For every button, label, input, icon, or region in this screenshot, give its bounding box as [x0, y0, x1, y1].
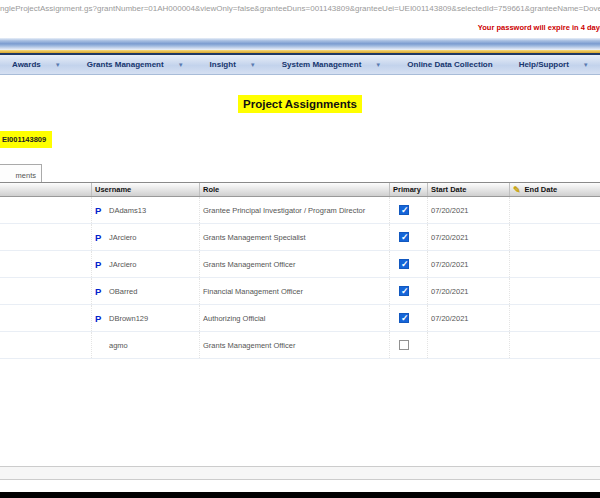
end-date-cell	[510, 224, 600, 250]
nav-item-help-support[interactable]: Help/Support ▼	[519, 60, 589, 69]
start-date-cell: 07/20/2021	[428, 224, 510, 250]
table-row: P JArciero Grants Management Officer 07/…	[0, 251, 600, 278]
username-cell: P OBarred	[92, 278, 200, 304]
tab-label: ments	[16, 171, 36, 180]
title-row: Project Assignments	[0, 94, 600, 113]
blank-cell	[0, 251, 92, 277]
table-row: P OBarred Financial Management Officer 0…	[0, 278, 600, 305]
start-date-cell: 07/20/2021	[428, 251, 510, 277]
blank-cell	[0, 278, 92, 304]
header-blank	[0, 183, 92, 196]
header-role: Role	[200, 183, 390, 196]
start-date-cell: 07/20/2021	[428, 278, 510, 304]
primary-checkbox[interactable]	[399, 313, 409, 323]
chevron-down-icon: ▼	[55, 62, 61, 68]
table-row: P JArciero Grants Management Specialist …	[0, 224, 600, 251]
primary-checkbox[interactable]	[399, 232, 409, 242]
nav-label: Insight	[210, 60, 236, 69]
username: JArciero	[109, 260, 137, 269]
header-end-date-label: End Date	[525, 185, 558, 194]
table-body: P DAdams13 Grantee Principal Investigato…	[0, 197, 600, 359]
role-cell: Authorizing Official	[200, 305, 390, 331]
username-cell: P DAdams13	[92, 197, 200, 223]
role-cell: Grants Management Specialist	[200, 224, 390, 250]
header-end-date: ✎ End Date	[510, 183, 600, 196]
header-primary: Primary	[390, 183, 428, 196]
password-warning-row: Your password will expire in 4 day(s)	[0, 20, 600, 36]
primary-checkbox[interactable]	[399, 286, 409, 296]
chevron-down-icon: ▼	[178, 62, 184, 68]
chevron-down-icon: ▼	[250, 62, 256, 68]
chevron-down-icon: ▼	[375, 62, 381, 68]
role-cell: Grants Management Officer	[200, 251, 390, 277]
page-title: Project Assignments	[238, 95, 362, 113]
end-date-cell	[510, 197, 600, 223]
primary-cell	[390, 278, 428, 304]
end-date-cell	[510, 251, 600, 277]
tab-assignments[interactable]: ments	[0, 164, 42, 182]
primary-cell	[390, 305, 428, 331]
username-cell: P DBrown129	[92, 305, 200, 331]
password-warning: Your password will expire in 4 day(s)	[478, 23, 600, 32]
username-cell: P JArciero	[92, 224, 200, 250]
start-date-cell: 07/20/2021	[428, 305, 510, 331]
header-username: Username	[92, 183, 200, 196]
page: ngleProjectAssignment.gs?grantNumber=01A…	[0, 0, 600, 498]
assignments-table: Username Role Primary Start Date ✎ End D…	[0, 182, 600, 359]
username-cell: P JArciero	[92, 251, 200, 277]
primary-checkbox[interactable]	[399, 340, 409, 350]
header-start-date: Start Date	[428, 183, 510, 196]
primary-cell	[390, 332, 428, 358]
username-cell: agmo	[92, 332, 200, 358]
bottom-black-bar	[0, 492, 600, 498]
primary-cell	[390, 251, 428, 277]
nav-label: Grants Management	[87, 60, 164, 69]
person-link[interactable]: P	[95, 286, 102, 297]
table-row: P DBrown129 Authorizing Official 07/20/2…	[0, 305, 600, 332]
table-row: agmo Grants Management Officer	[0, 332, 600, 359]
start-date-cell	[428, 332, 510, 358]
start-date-cell: 07/20/2021	[428, 197, 510, 223]
uei-badge: EI001143809	[0, 131, 52, 148]
nav-label: System Management	[282, 60, 362, 69]
username: JArciero	[109, 233, 137, 242]
blank-cell	[0, 305, 92, 331]
nav-item-system-management[interactable]: System Management ▼	[282, 60, 382, 69]
primary-checkbox[interactable]	[399, 259, 409, 269]
blank-cell	[0, 224, 92, 250]
bottom-scroll-strip[interactable]	[0, 466, 600, 480]
nav-label: Help/Support	[519, 60, 569, 69]
username: agmo	[109, 341, 128, 350]
role-cell: Grants Management Officer	[200, 332, 390, 358]
url-bar: ngleProjectAssignment.gs?grantNumber=01A…	[0, 2, 600, 16]
end-date-cell	[510, 278, 600, 304]
blank-cell	[0, 197, 92, 223]
person-link[interactable]: P	[95, 313, 102, 324]
nav-item-online-data-collection[interactable]: Online Data Collection	[407, 60, 492, 69]
table-row: P DAdams13 Grantee Principal Investigato…	[0, 197, 600, 224]
role-cell: Financial Management Officer	[200, 278, 390, 304]
primary-checkbox[interactable]	[399, 205, 409, 215]
username: OBarred	[109, 287, 137, 296]
role-cell: Grantee Principal Investigator / Program…	[200, 197, 390, 223]
nav-label: Awards	[12, 60, 41, 69]
primary-cell	[390, 197, 428, 223]
chevron-down-icon: ▼	[583, 62, 589, 68]
end-date-cell	[510, 332, 600, 358]
url-text: ngleProjectAssignment.gs?grantNumber=01A…	[0, 4, 600, 13]
table-header-row: Username Role Primary Start Date ✎ End D…	[0, 182, 600, 197]
main-nav: Awards ▼ Grants Management ▼ Insight ▼ S…	[0, 55, 600, 75]
nav-item-grants-management[interactable]: Grants Management ▼	[87, 60, 184, 69]
nav-item-insight[interactable]: Insight ▼	[210, 60, 256, 69]
username: DAdams13	[109, 206, 146, 215]
primary-cell	[390, 224, 428, 250]
person-link[interactable]: P	[95, 259, 102, 270]
blank-cell	[0, 332, 92, 358]
nav-label: Online Data Collection	[407, 60, 492, 69]
person-link[interactable]: P	[95, 205, 102, 216]
username: DBrown129	[109, 314, 148, 323]
header-banner	[0, 38, 600, 50]
nav-item-awards[interactable]: Awards ▼	[12, 60, 61, 69]
person-link[interactable]: P	[95, 232, 102, 243]
end-date-cell	[510, 305, 600, 331]
